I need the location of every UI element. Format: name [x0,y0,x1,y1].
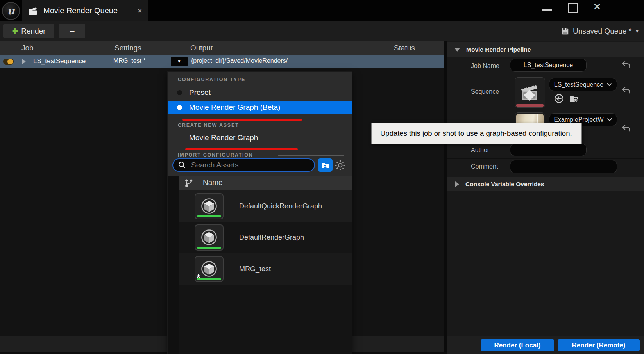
sequence-thumbnail[interactable] [515,77,545,108]
render-local-button[interactable]: Render (Local) [481,339,554,351]
tab-close-icon[interactable]: × [137,6,142,16]
column-settings: Settings [114,44,141,52]
asset-name: DefaultQuickRenderGraph [239,202,322,210]
asset-row-mrg-test[interactable]: * MRG_test [179,253,352,285]
job-enabled-toggle[interactable] [3,59,14,65]
queue-save-label: Unsaved Queue * [573,27,631,36]
collapse-icon [454,48,460,52]
unreal-logo-icon: u [2,2,20,20]
annotation-underline-1 [182,119,302,121]
row-divider [447,110,644,110]
job-output-cell[interactable]: {project_dir}/Saved/MovieRenders/ [191,57,288,65]
search-assets-box[interactable] [172,158,315,172]
chevron-down-icon [606,83,612,86]
asset-thumbnail [195,193,224,219]
column-job: Job [21,44,34,52]
clapperboard-icon [28,6,38,16]
job-name-input[interactable] [510,59,587,72]
use-selected-sequence-icon[interactable] [554,93,564,104]
column-divider [112,41,112,55]
menu-item-movie-render-graph-beta[interactable]: Movie Render Graph (Beta) [168,101,352,114]
search-assets-input[interactable] [190,160,301,170]
column-divider [368,41,368,55]
row-divider [447,75,644,75]
toggle-knob [7,59,13,64]
panel-divider [444,41,447,354]
asset-name: DefaultRenderGraph [239,233,304,242]
graph-beta-label: Movie Render Graph (Beta) [189,103,280,112]
title-bar: u Movie Render Queue × × [0,0,644,21]
render-remote-label: Render (Remote) [572,342,626,349]
tab-title: Movie Render Queue [43,6,118,15]
render-actions-bar: Render (Local) Render (Remote) [447,336,644,354]
toolbar: + Render − Unsaved Queue * ▼ [0,21,644,41]
asset-list-gutter [168,176,179,354]
minus-icon: − [69,26,75,37]
create-graph-label: Movie Render Graph [189,133,258,142]
sequence-value: LS_testSequence [554,81,603,88]
row-divider [447,158,644,159]
author-label: Author [471,147,489,154]
menu-item-preset[interactable]: Preset [168,86,352,99]
job-name-cell: LS_testSequence [33,57,86,65]
job-settings-cell[interactable]: MRG_test * [113,57,146,65]
radio-selected-icon [177,105,182,110]
view-options-gear-icon[interactable] [335,160,346,171]
reset-map-icon[interactable] [621,123,631,133]
asset-thumbnail [195,224,224,251]
asset-list-header: Name [179,176,352,190]
tab-movie-render-queue[interactable]: Movie Render Queue × [22,0,148,21]
section-rule [260,126,344,126]
sequence-dropdown[interactable]: LS_testSequence [549,78,617,91]
job-name-label: Job Name [471,62,499,69]
settings-dropdown-button[interactable]: ▼ [171,57,188,66]
section-rule [268,80,344,80]
details-panel: Movie Render Pipeline Job Name Sequence … [447,41,644,354]
asset-row-default-render-graph[interactable]: DefaultRenderGraph [179,222,352,253]
window-close-button[interactable]: × [593,0,601,14]
column-divider [188,41,188,55]
author-input[interactable] [510,144,587,156]
remove-job-button[interactable]: − [59,24,85,38]
asset-type-color-bar [197,278,221,280]
menu-item-create-movie-render-graph[interactable]: Movie Render Graph [168,131,352,144]
render-remote-button[interactable]: Render (Remote) [558,339,640,351]
render-button[interactable]: + Render [3,24,54,38]
comment-label: Comment [471,163,498,170]
save-icon [561,27,569,36]
queue-preset-dropdown[interactable]: Unsaved Queue * ▼ [561,25,639,37]
caret-down-icon: ▼ [635,29,639,34]
asset-picker-path-button[interactable] [318,158,333,172]
radio-unselected-icon [177,90,182,95]
plus-icon: + [12,27,18,35]
browse-to-sequence-icon[interactable] [569,93,580,104]
comment-input[interactable] [510,160,617,173]
header-divider [200,176,200,190]
window-minimize-button[interactable] [542,9,552,11]
section-movie-render-pipeline[interactable]: Movie Render Pipeline [447,42,644,57]
annotation-underline-2 [185,148,298,150]
asset-thumbnail: * [195,256,224,282]
label-column-divider [501,57,501,176]
sequence-label: Sequence [471,88,499,95]
reset-sequence-icon[interactable] [621,85,631,96]
job-row-selected[interactable]: LS_testSequence MRG_test * ▼ {project_di… [0,55,444,68]
section-create-new-asset: CREATE NEW ASSET [178,123,239,128]
preset-label: Preset [189,88,211,97]
unsaved-asterisk-badge: * [197,275,200,281]
sequence-asset-color-bar [516,104,544,107]
cube-asset-icon [200,260,218,278]
section-console-variable-overrides[interactable]: Console Variable Overrides [447,177,644,191]
reset-job-name-icon[interactable] [621,60,631,70]
configuration-dropdown-panel: CONFIGURATION TYPE Preset Movie Render G… [167,71,352,354]
folder-user-icon [320,160,330,170]
asset-name: MRG_test [239,265,271,273]
expand-icon [455,181,459,187]
row-divider [447,176,644,176]
cube-asset-icon [200,197,218,215]
window-maximize-button[interactable] [568,3,578,13]
map-value: ExampleProjectW [554,116,603,123]
expand-job-icon[interactable] [22,59,26,64]
asset-row-default-quick-render-graph[interactable]: DefaultQuickRenderGraph [179,190,352,222]
caret-down-icon: ▼ [177,59,181,64]
